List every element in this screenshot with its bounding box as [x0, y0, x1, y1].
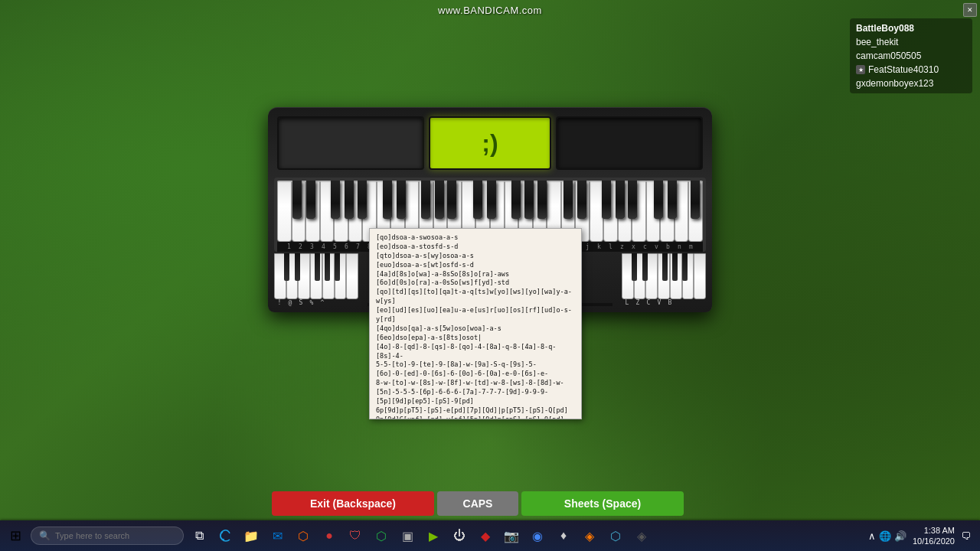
key-num: 7 — [352, 243, 364, 250]
caps-button[interactable]: CAPS — [437, 491, 518, 516]
display-text: ;) — [482, 129, 498, 158]
piano-key-black[interactable] — [435, 181, 444, 219]
key-num: x — [628, 243, 639, 250]
app-icon-5[interactable]: ⬡ — [291, 523, 315, 548]
mini-key-black[interactable] — [672, 253, 678, 281]
chevron-icon[interactable]: ∧ — [868, 530, 876, 542]
piano-key-black[interactable] — [331, 181, 340, 219]
key-num: 1 — [283, 243, 295, 250]
piano-key-black[interactable] — [511, 181, 521, 219]
close-button[interactable]: ✕ — [963, 3, 977, 17]
taskbar-start-area: ⊞ 🔍 — [3, 523, 184, 548]
piano-key-black[interactable] — [628, 181, 637, 219]
window-controls: ✕ — [963, 3, 977, 17]
piano-key-black[interactable] — [345, 181, 354, 219]
piano-key-black[interactable] — [383, 181, 392, 219]
roblox-icon[interactable]: ◆ — [473, 523, 498, 548]
key-num: k — [593, 243, 605, 250]
mini-key-white[interactable] — [694, 253, 706, 299]
edge-icon[interactable] — [213, 523, 237, 548]
piano-key-black[interactable] — [616, 181, 625, 219]
display-left — [277, 116, 424, 170]
volume-icon[interactable]: 🔊 — [894, 530, 906, 542]
sheet-line: [eo]dsoa-a-stosfd-s-d — [376, 243, 575, 252]
mini-key-label: ! — [274, 299, 285, 306]
sheet-line: 8-w-[to]-w-[8s]-w-[8f]-w-[td]-w-8-[ws]-8… — [376, 379, 575, 388]
date-display: 10/16/2020 — [913, 536, 955, 546]
control-bar: Exit (Backspace) CAPS Sheets (Space) — [272, 491, 684, 516]
sheet-line: [6o]-0-[ed]-0-[6s]-6-[0o]-6-[0a]-e-0-[6s… — [376, 370, 575, 379]
app-icon-7[interactable]: 🛡 — [343, 523, 368, 548]
mini-key-white[interactable] — [346, 253, 358, 299]
sheets-button[interactable]: Sheets (Space) — [521, 491, 684, 516]
piano-key-black[interactable] — [602, 181, 611, 219]
player-name: BattleBoy088 — [856, 23, 914, 34]
piano-key-black[interactable] — [306, 181, 315, 219]
search-input[interactable] — [55, 531, 170, 540]
nvidia-icon[interactable]: ▶ — [421, 523, 446, 548]
chrome-icon[interactable]: ◉ — [525, 523, 550, 548]
app-icon-8[interactable]: ⬡ — [369, 523, 394, 548]
mini-key-black[interactable] — [284, 253, 289, 281]
piano-key-black[interactable] — [691, 181, 700, 219]
mini-key-black[interactable] — [335, 253, 340, 281]
sheet-line: [eo][ud][es][uo][ea]u-a-e[us]r[uo][os][r… — [376, 306, 575, 324]
app-icon-6[interactable]: ● — [317, 523, 341, 548]
piano-key-black[interactable] — [487, 181, 496, 219]
piano-key-black[interactable] — [668, 181, 677, 219]
sheet-line: [4o]-8-[qd]-8-[qs]-8-[qo]-4-[8a]-q-8-[4a… — [376, 343, 575, 361]
key-num: m — [685, 243, 697, 250]
piano-key-black[interactable] — [447, 181, 456, 219]
key-num: z — [616, 243, 628, 250]
app-icon-9[interactable]: ▣ — [395, 523, 420, 548]
notification-icon[interactable]: 🗨 — [961, 530, 971, 542]
sheet-line: [4a]d[8s]o[wa]-a-8sSo[8s]o[ra]-aws — [376, 270, 575, 279]
watermark: www.BANDICAM.com — [438, 5, 542, 16]
piano-key-black[interactable] — [473, 181, 482, 219]
mini-key-black[interactable] — [295, 253, 300, 281]
sheet-line: 5-5-[to]-9-[te]-9-[8a]-w-[9a]-S-q-[9s]-5… — [376, 360, 575, 370]
mini-key-black[interactable] — [632, 253, 637, 281]
taskbar: ⊞ 🔍 ⧉ 📁 ✉ ⬡ ● 🛡 ⬡ ▣ ▶ ⏻ ◆ 📷 ◉ ♦ ◈ ⬡ ◈ — [0, 520, 980, 551]
app-icon-extra[interactable]: ⬡ — [603, 523, 628, 548]
player-name: camcam050505 — [856, 51, 921, 61]
mini-key-black[interactable] — [682, 253, 688, 281]
windows-start-button[interactable]: ⊞ — [3, 523, 28, 548]
mini-key-black[interactable] — [662, 253, 668, 281]
key-num: 6 — [341, 243, 352, 250]
app-icon-extra2[interactable]: ◈ — [629, 523, 654, 548]
piano-key-black[interactable] — [421, 181, 430, 219]
sheet-line: [6o]d[0s]o[ra]-a-0sSo[ws]f[yd]-std — [376, 279, 575, 288]
piano-key-black[interactable] — [397, 181, 406, 219]
piano-key-black[interactable] — [537, 181, 547, 219]
players-list: BattleBoy088 bee_thekit camcam050505 ★ F… — [850, 18, 972, 93]
sheet-line: [euo]dsoa-a-s[wt]osfd-s-d — [376, 261, 575, 270]
piano-key-black[interactable] — [292, 181, 302, 219]
network-icon[interactable]: 🌐 — [879, 530, 891, 542]
piano-key-black[interactable] — [654, 181, 663, 219]
taskbar-search-box[interactable]: 🔍 — [31, 527, 184, 545]
player-item: BattleBoy088 — [856, 21, 966, 35]
capture-icon[interactable]: 📷 — [499, 523, 524, 548]
steam-icon[interactable]: ♦ — [551, 523, 576, 548]
exit-button[interactable]: Exit (Backspace) — [272, 491, 434, 516]
task-view-button[interactable]: ⧉ — [187, 523, 211, 548]
display-right — [556, 116, 703, 170]
file-explorer-icon[interactable]: 📁 — [239, 523, 263, 548]
piano-key-white[interactable] — [277, 181, 292, 242]
piano-key-black[interactable] — [577, 181, 586, 219]
power-icon[interactable]: ⏻ — [447, 523, 472, 548]
mini-key-black[interactable] — [642, 253, 648, 281]
mini-key-black[interactable] — [315, 253, 320, 281]
browser-icon[interactable]: ◈ — [577, 523, 602, 548]
piano-key-black[interactable] — [564, 181, 573, 219]
sheet-display[interactable]: [qo]dsoa-a-swosoa-a-s[eo]dsoa-a-stosfd-s… — [369, 228, 582, 419]
player-item: camcam050505 — [856, 49, 966, 63]
mail-icon[interactable]: ✉ — [265, 523, 289, 548]
mini-key-black[interactable] — [325, 253, 330, 281]
search-icon: 🔍 — [39, 530, 51, 541]
piano-key-black[interactable] — [524, 181, 534, 219]
key-num: 2 — [295, 243, 306, 250]
sheet-line: 6p[9d]p[pT5]-[pS]-e[pd][7p][Qd]|p[pT5]-[… — [376, 406, 575, 416]
piano-key-black[interactable] — [358, 181, 367, 219]
